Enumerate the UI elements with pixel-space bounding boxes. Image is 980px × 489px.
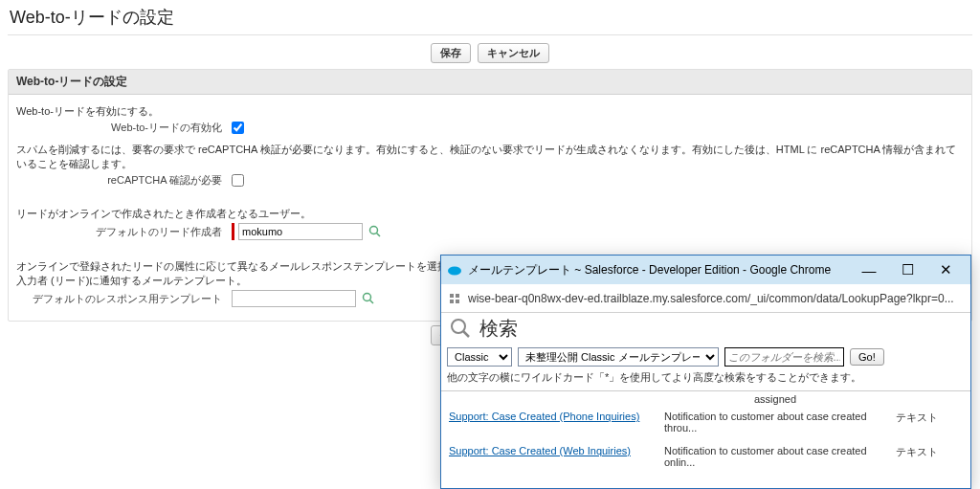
close-button[interactable]: ✕ [926,261,965,278]
url-text[interactable]: wise-bear-q0n8wx-dev-ed.trailblaze.my.sa… [468,292,965,305]
svg-rect-8 [456,300,459,303]
required-indicator [232,223,234,240]
panel-header: Web-to-リードの設定 [9,70,971,95]
address-bar: wise-bear-q0n8wx-dev-ed.trailblaze.my.sa… [441,284,970,313]
table-row: Support: Case Created (Web Inquiries) No… [441,439,970,474]
search-heading: 検索 [479,316,518,342]
enable-label: Web-to-リードの有効化 [16,121,232,135]
svg-rect-7 [450,300,454,303]
results-list: assigned Support: Case Created (Phone In… [441,390,970,488]
page-title: Web-to-リードの設定 [8,0,972,34]
window-titlebar: メールテンプレート ~ Salesforce - Developer Editi… [441,256,970,284]
search-hint: 他の文字の横にワイルドカード「*」を使用してより高度な検索をすることができます。 [441,370,970,390]
window-title: メールテンプレート ~ Salesforce - Developer Editi… [468,262,850,278]
template-link[interactable]: Support: Case Created (Phone Inquiries) [449,411,639,422]
svg-line-10 [463,331,469,337]
template-input[interactable] [232,290,356,307]
recaptcha-description: スパムを削減するには、要客の要求で reCAPTCHA 検証が必要になります。有… [16,139,964,173]
search-input[interactable] [724,347,844,367]
lookup-popup-window: メールテンプレート ~ Salesforce - Developer Editi… [440,255,971,489]
recaptcha-checkbox[interactable] [232,174,244,187]
minimize-button[interactable]: — [850,262,888,278]
creator-input[interactable] [238,223,363,240]
lookup-icon[interactable] [360,290,377,307]
folder-select[interactable]: 未整理公開 Classic メールテンプレート [518,347,719,367]
site-info-icon[interactable] [447,291,462,306]
enable-checkbox[interactable] [232,122,244,134]
svg-point-9 [452,320,465,333]
enable-description: Web-to-リードを有効にする。 [16,100,964,121]
type-select[interactable]: Classic [447,347,512,367]
creator-label: デフォルトのリード作成者 [16,225,232,239]
save-button[interactable]: 保存 [431,43,471,63]
creator-description: リードがオンラインで作成されたとき作成者となるユーザー。 [16,203,964,223]
lookup-icon[interactable] [367,223,384,240]
template-desc: Notification to customer about case crea… [664,411,896,433]
template-link[interactable]: Support: Case Created (Web Inquiries) [449,445,631,456]
template-desc: Notification to customer about case crea… [664,445,896,468]
template-type: テキスト [896,445,963,459]
maximize-button[interactable]: ☐ [888,261,926,278]
salesforce-cloud-icon [447,262,462,278]
table-row: Support: Case Created (Phone Inquiries) … [441,405,970,439]
template-label: デフォルトのレスポンス用テンプレート [16,292,232,306]
svg-point-2 [364,294,371,301]
top-button-bar: 保存 キャンセル [8,39,972,67]
recaptcha-label: reCAPTCHA 確認が必要 [16,173,232,188]
svg-rect-6 [456,294,459,298]
search-icon [447,315,474,342]
cancel-button[interactable]: キャンセル [478,43,549,63]
svg-line-3 [370,300,374,304]
svg-rect-5 [450,294,454,298]
filter-row: Classic 未整理公開 Classic メールテンプレート Go! [441,344,970,370]
svg-line-1 [377,233,381,237]
truncated-prev-row: assigned [664,393,896,405]
svg-point-0 [370,227,378,234]
svg-point-4 [448,267,461,276]
template-type: テキスト [896,411,963,425]
go-button[interactable]: Go! [850,348,884,366]
